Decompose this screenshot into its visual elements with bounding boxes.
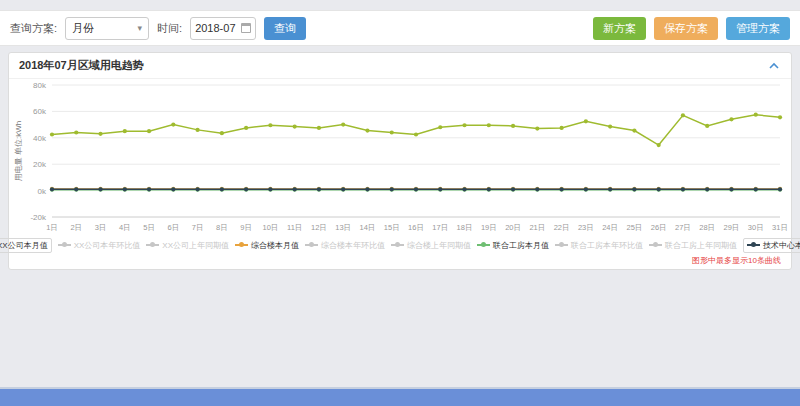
legend-item[interactable]: XX公司本年环比值 xyxy=(58,240,141,251)
line-chart-svg: 80k60k40k20k0k-20k用电量 单位:kWh1日2日3日4日5日6日… xyxy=(10,79,790,237)
svg-text:31日: 31日 xyxy=(772,223,788,232)
svg-text:24日: 24日 xyxy=(602,223,618,232)
time-input[interactable] xyxy=(190,17,256,40)
legend-label: 综合楼本年环比值 xyxy=(321,240,385,251)
svg-text:27日: 27日 xyxy=(675,223,691,232)
svg-text:20日: 20日 xyxy=(505,223,521,232)
svg-text:40k: 40k xyxy=(33,134,47,143)
svg-text:26日: 26日 xyxy=(651,223,667,232)
svg-text:3日: 3日 xyxy=(95,223,107,232)
plan-select-value: 月份 xyxy=(72,21,94,36)
chevron-down-icon: ▾ xyxy=(138,23,143,33)
legend-marker-icon xyxy=(58,244,71,246)
chart-panel: 2018年07月区域用电趋势 80k60k40k20k0k-20k用电量 单位:… xyxy=(8,52,792,270)
svg-text:19日: 19日 xyxy=(481,223,497,232)
svg-text:30日: 30日 xyxy=(748,223,764,232)
svg-text:29日: 29日 xyxy=(724,223,740,232)
legend-marker-icon xyxy=(391,244,404,246)
legend-marker-icon xyxy=(747,244,760,246)
time-input-field[interactable] xyxy=(195,22,241,34)
legend-item[interactable]: 技术中心本月值 xyxy=(743,238,800,253)
legend-label: 联合工房本年环比值 xyxy=(571,240,643,251)
legend-item[interactable]: XX公司上年同期值 xyxy=(146,240,229,251)
legend-item[interactable]: XX公司本月值 xyxy=(0,238,52,253)
svg-text:1日: 1日 xyxy=(46,223,58,232)
svg-text:11日: 11日 xyxy=(287,223,302,232)
bottom-bar xyxy=(0,387,800,406)
max-curves-note: 图形中最多显示10条曲线 xyxy=(9,253,791,266)
svg-text:17日: 17日 xyxy=(432,223,448,232)
legend-label: 联合工房本月值 xyxy=(493,240,549,251)
svg-text:20k: 20k xyxy=(33,160,47,169)
svg-text:12日: 12日 xyxy=(311,223,327,232)
legend-item[interactable]: 联合工房本月值 xyxy=(477,240,549,251)
svg-text:6日: 6日 xyxy=(167,223,179,232)
svg-text:22日: 22日 xyxy=(554,223,570,232)
svg-text:14日: 14日 xyxy=(360,223,376,232)
svg-text:60k: 60k xyxy=(33,107,47,116)
legend-label: XX公司本年环比值 xyxy=(74,240,141,251)
svg-text:5日: 5日 xyxy=(143,223,155,232)
svg-text:0k: 0k xyxy=(38,187,47,196)
calendar-icon xyxy=(241,23,251,33)
query-plan-label: 查询方案: xyxy=(10,21,57,36)
svg-text:10日: 10日 xyxy=(262,223,278,232)
svg-text:2日: 2日 xyxy=(70,223,82,232)
legend-label: XX公司上年同期值 xyxy=(162,240,229,251)
legend-label: 技术中心本月值 xyxy=(763,240,800,251)
plan-select[interactable]: 月份 ▾ xyxy=(65,17,149,40)
svg-text:15日: 15日 xyxy=(384,223,400,232)
toolbar: 查询方案: 月份 ▾ 时间: 查询 新方案 保存方案 管理方案 xyxy=(0,10,800,46)
svg-text:用电量 单位:kWh: 用电量 单位:kWh xyxy=(14,121,23,181)
legend-label: 联合工房上年同期值 xyxy=(665,240,737,251)
svg-text:21日: 21日 xyxy=(529,223,545,232)
save-plan-button[interactable]: 保存方案 xyxy=(654,17,718,40)
line-chart: 80k60k40k20k0k-20k用电量 单位:kWh1日2日3日4日5日6日… xyxy=(10,79,790,237)
legend-marker-icon xyxy=(477,244,490,246)
chart-legend: XX公司本月值XX公司本年环比值XX公司上年同期值综合楼本月值综合楼本年环比值综… xyxy=(9,237,791,253)
legend-label: XX公司本月值 xyxy=(0,240,48,251)
svg-text:7日: 7日 xyxy=(192,223,204,232)
svg-text:16日: 16日 xyxy=(408,223,424,232)
panel-header: 2018年07月区域用电趋势 xyxy=(9,53,791,79)
panel-title: 2018年07月区域用电趋势 xyxy=(19,58,144,73)
svg-text:80k: 80k xyxy=(33,81,47,90)
svg-text:8日: 8日 xyxy=(216,223,228,232)
query-button[interactable]: 查询 xyxy=(264,17,306,40)
svg-text:23日: 23日 xyxy=(578,223,594,232)
svg-text:13日: 13日 xyxy=(335,223,351,232)
legend-item[interactable]: 联合工房本年环比值 xyxy=(555,240,643,251)
svg-text:9日: 9日 xyxy=(240,223,252,232)
legend-item[interactable]: 综合楼本年环比值 xyxy=(305,240,385,251)
svg-text:-20k: -20k xyxy=(30,213,47,222)
legend-marker-icon xyxy=(235,244,248,246)
legend-item[interactable]: 综合楼上年同期值 xyxy=(391,240,471,251)
legend-label: 综合楼上年同期值 xyxy=(407,240,471,251)
manage-plan-button[interactable]: 管理方案 xyxy=(726,17,790,40)
legend-item[interactable]: 联合工房上年同期值 xyxy=(649,240,737,251)
legend-marker-icon xyxy=(305,244,318,246)
svg-text:28日: 28日 xyxy=(699,223,715,232)
legend-label: 综合楼本月值 xyxy=(251,240,299,251)
legend-item[interactable]: 综合楼本月值 xyxy=(235,240,299,251)
svg-text:4日: 4日 xyxy=(119,223,131,232)
legend-marker-icon xyxy=(649,244,662,246)
chevron-up-icon[interactable] xyxy=(767,61,781,71)
legend-marker-icon xyxy=(555,244,568,246)
legend-marker-icon xyxy=(146,244,159,246)
svg-text:18日: 18日 xyxy=(457,223,473,232)
new-plan-button[interactable]: 新方案 xyxy=(593,17,646,40)
time-label: 时间: xyxy=(157,21,182,36)
svg-text:25日: 25日 xyxy=(626,223,642,232)
